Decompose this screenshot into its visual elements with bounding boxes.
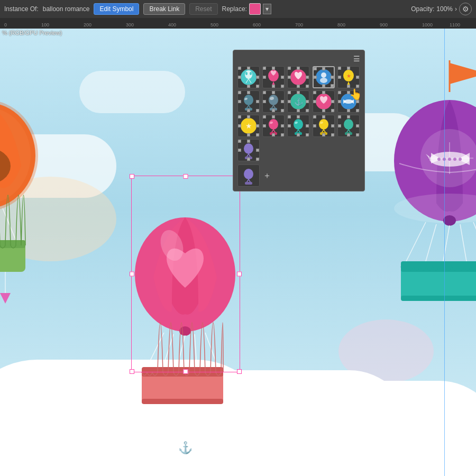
cell-handle-10-br	[356, 109, 359, 112]
cell-handle-12-br	[281, 133, 284, 136]
cell-handle-16-bm	[247, 158, 250, 161]
cell-handle-16-tl	[238, 140, 241, 143]
cell-handle-9-tl	[313, 91, 316, 94]
cell-handle-14-tm	[322, 115, 325, 118]
ruler-mark-400: 400	[168, 22, 176, 28]
svg-point-41	[437, 158, 441, 161]
svg-marker-36	[450, 63, 476, 84]
svg-point-57	[245, 72, 248, 75]
cell-handle-7-bm	[272, 109, 275, 112]
svg-text:★: ★	[346, 73, 351, 79]
cell-handle-1-tm	[247, 67, 250, 70]
ruler-mark-1100: 1100	[450, 22, 460, 28]
symbol-cell-16[interactable]	[237, 139, 260, 161]
symbol-cell-2[interactable]	[262, 66, 285, 88]
cell-handle-5-mr	[356, 76, 359, 79]
svg-point-46	[443, 215, 456, 226]
balloon-left[interactable]: ⚓	[0, 60, 42, 337]
panel-thumbnail[interactable]	[237, 164, 260, 187]
svg-point-85	[269, 119, 278, 130]
sel-handle-tl[interactable]	[130, 174, 134, 179]
svg-point-108	[244, 169, 253, 179]
break-link-button[interactable]: Break Link	[143, 3, 185, 15]
reset-button[interactable]: Reset	[189, 3, 217, 15]
svg-point-65	[320, 78, 327, 83]
symbol-cell-13[interactable]	[287, 115, 309, 137]
symbol-cell-9[interactable]	[313, 90, 335, 113]
cell-handle-10-tm	[347, 91, 350, 94]
sel-handle-bm[interactable]	[184, 369, 188, 374]
symbol-cell-11[interactable]: ★	[237, 115, 260, 137]
sel-handle-ml[interactable]	[130, 272, 134, 277]
symbol-grid: ★	[237, 66, 360, 161]
cell-handle-6-bm	[247, 109, 250, 112]
cell-handle-7-br	[281, 109, 284, 112]
replace-area: Replace: ▾	[222, 3, 271, 15]
cell-handle-8-tl	[288, 91, 291, 94]
sel-handle-mr[interactable]	[237, 272, 242, 277]
cell-handle-15-ml	[338, 124, 341, 127]
cell-handle-12-bm	[272, 133, 275, 136]
symbol-cell-15[interactable]	[337, 115, 360, 137]
panel-list-icon[interactable]: ☰	[353, 54, 360, 63]
symbol-cell-4[interactable]	[313, 66, 335, 88]
cell-handle-2-br	[281, 85, 284, 88]
replace-dropdown-button[interactable]: ▾	[263, 4, 271, 14]
cell-handle-8-tm	[297, 91, 300, 94]
balloon-right[interactable]	[391, 60, 476, 359]
cell-handle-10-bm	[347, 109, 350, 112]
ruler-mark-200: 200	[84, 22, 91, 28]
symbol-cell-1[interactable]	[237, 66, 260, 88]
settings-icon[interactable]: ⚙	[459, 3, 472, 15]
cell-handle-10-ml	[338, 100, 341, 103]
sel-handle-bl[interactable]	[130, 369, 134, 374]
sel-handle-br[interactable]	[237, 369, 242, 374]
svg-point-44	[453, 158, 456, 161]
cell-handle-14-ml	[313, 124, 316, 127]
cell-handle-5-tm	[347, 67, 350, 70]
cell-handle-6-tm	[247, 91, 250, 94]
symbol-cell-5[interactable]: ★	[337, 66, 360, 88]
symbol-cell-6[interactable]	[237, 90, 260, 113]
cell-handle-11-bm	[247, 133, 250, 136]
cell-handle-2-ml	[263, 76, 266, 79]
panel-header: ☰	[237, 54, 360, 63]
cell-handle-15-tl	[338, 115, 341, 118]
cell-handle-15-tm	[347, 115, 350, 118]
svg-point-90	[294, 119, 303, 130]
cell-handle-16-br	[256, 158, 259, 161]
cell-handle-1-br	[256, 85, 259, 88]
cell-handle-2-mr	[281, 76, 284, 79]
cell-handle-6-ml	[238, 100, 241, 103]
edit-symbol-button[interactable]: Edit Symbol	[94, 3, 139, 15]
cell-handle-13-tl	[288, 115, 291, 118]
ruler-mark-300: 300	[126, 22, 134, 28]
cell-handle-11-tm	[247, 115, 250, 118]
symbol-cell-14[interactable]	[313, 115, 335, 137]
replace-swatch[interactable]	[249, 3, 261, 15]
cell-handle-14-br	[331, 133, 334, 136]
symbol-cell-10[interactable]	[337, 90, 360, 113]
cell-handle-5-ml	[338, 76, 341, 79]
symbol-cell-8[interactable]: ⚓	[287, 90, 309, 113]
svg-point-104	[244, 143, 253, 154]
cell-handle-11-mr	[256, 124, 259, 127]
symbol-cell-12[interactable]	[262, 115, 285, 137]
symbol-cell-3[interactable]	[287, 66, 309, 88]
ruler-mark-800: 800	[337, 22, 345, 28]
cell-handle-4-mr	[331, 76, 334, 79]
svg-point-58	[250, 72, 252, 75]
ruler-mark-100: 100	[41, 22, 49, 28]
guide-line-vertical	[444, 29, 445, 476]
cell-handle-10-mr	[356, 100, 359, 103]
cell-handle-1-ml	[238, 76, 241, 79]
panel-add-button[interactable]: ＋	[263, 170, 271, 181]
sel-handle-tm[interactable]	[184, 174, 188, 179]
cell-handle-12-tm	[272, 115, 275, 118]
svg-line-47	[406, 222, 426, 261]
symbol-cell-7[interactable]	[262, 90, 285, 113]
opacity-arrow[interactable]: ›	[455, 5, 457, 13]
svg-rect-54	[401, 296, 476, 301]
panel-footer: ＋	[237, 164, 360, 187]
cell-handle-7-tl	[263, 91, 266, 94]
